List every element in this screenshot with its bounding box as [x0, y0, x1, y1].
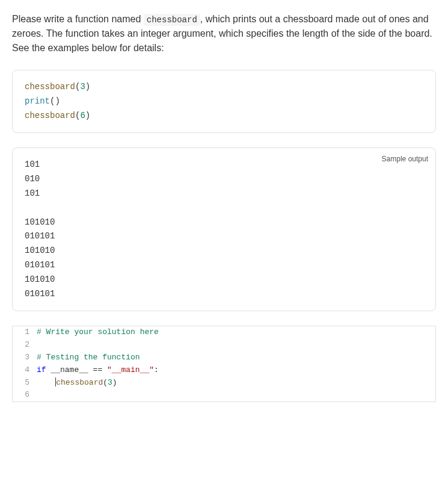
problem-instructions: Please write a function named chessboard…	[12, 12, 436, 55]
code-token: )	[85, 82, 90, 91]
editor-line[interactable]: 4if __name__ == "__main__":	[13, 364, 435, 377]
inline-code-funcname: chessboard	[144, 14, 200, 26]
code-editor[interactable]: 1# Write your solution here23# Testing t…	[12, 326, 436, 402]
code-token: :	[154, 365, 159, 374]
code-token: 6	[80, 111, 85, 120]
line-content[interactable]	[37, 339, 435, 352]
code-token: )	[112, 378, 117, 387]
line-number: 2	[13, 339, 37, 352]
editor-line[interactable]: 6	[13, 389, 435, 402]
editor-line[interactable]: 2	[13, 339, 435, 352]
editor-line[interactable]: 3# Testing the function	[13, 352, 435, 364]
line-content[interactable]: if __name__ == "__main__":	[37, 364, 435, 377]
code-token: "__main__"	[107, 365, 154, 374]
code-token: ()	[50, 96, 60, 106]
sample-output-text: 101 010 101 101010 010101 101010 010101 …	[25, 158, 423, 301]
line-number: 3	[13, 352, 37, 364]
code-token: chessboard	[25, 111, 75, 120]
text-cursor	[55, 377, 56, 386]
code-example-block: chessboard(3)print()chessboard(6)	[12, 70, 436, 133]
code-token: chessboard	[56, 378, 103, 387]
line-number: 5	[13, 377, 37, 389]
editor-line[interactable]: 5 chessboard(3)	[13, 377, 435, 389]
code-token: if	[37, 365, 46, 374]
editor-line[interactable]: 1# Write your solution here	[13, 326, 435, 339]
line-content[interactable]: # Testing the function	[37, 352, 435, 364]
sample-output-label: Sample output	[382, 153, 428, 165]
code-token: # Write your solution here	[37, 327, 159, 336]
code-token: (	[103, 378, 108, 387]
code-token	[37, 378, 55, 387]
line-number: 4	[13, 364, 37, 377]
sample-output-block: Sample output 101 010 101 101010 010101 …	[12, 147, 436, 311]
code-token: chessboard	[25, 82, 75, 91]
line-content[interactable]: # Write your solution here	[37, 326, 435, 339]
code-token: # Testing the function	[37, 353, 140, 362]
code-token: 3	[80, 82, 85, 91]
code-token: __name__ ==	[46, 365, 107, 374]
code-line: chessboard(3)	[25, 80, 423, 95]
code-line: chessboard(6)	[25, 109, 423, 123]
line-number: 6	[13, 389, 37, 402]
line-number: 1	[13, 326, 37, 339]
code-token: )	[85, 111, 90, 120]
line-content[interactable]: chessboard(3)	[37, 377, 435, 389]
line-content[interactable]	[37, 389, 435, 402]
code-line: print()	[25, 95, 423, 109]
code-token: 3	[108, 378, 112, 387]
code-token: print	[25, 96, 50, 106]
instruction-text-part1: Please write a function named	[12, 14, 144, 24]
